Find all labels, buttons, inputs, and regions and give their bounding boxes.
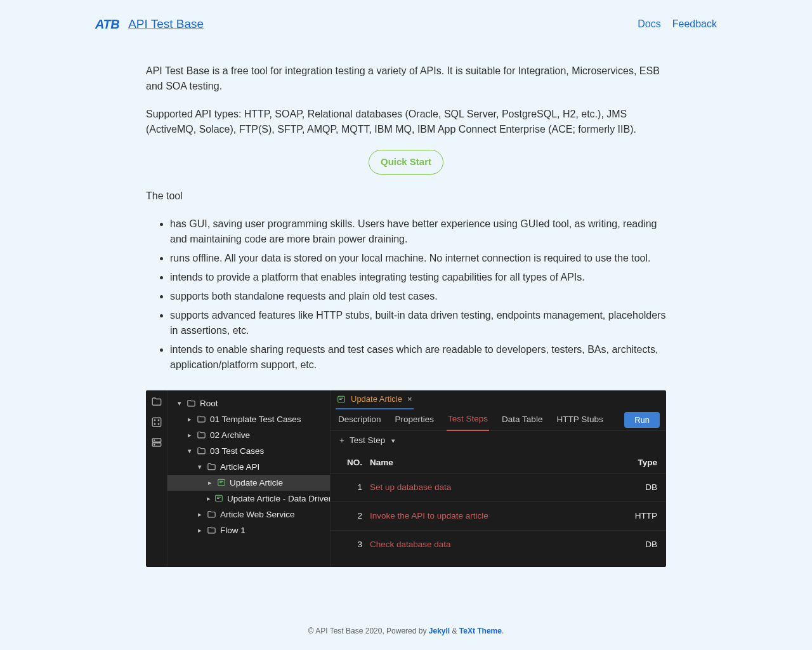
tree-label: 01 Template Test Cases — [210, 411, 301, 427]
tree-label: 03 Test Cases — [210, 443, 264, 459]
app-screenshot: ▾ Root ▸ 01 Template Test Cases ▸ 02 Arc… — [146, 390, 666, 567]
svg-point-2 — [158, 420, 159, 421]
footer-text-theme-link[interactable]: TeXt Theme — [459, 627, 502, 635]
add-step-label: Test Step — [350, 434, 385, 447]
svg-point-4 — [158, 423, 159, 425]
nav-feedback[interactable]: Feedback — [672, 17, 717, 32]
svg-rect-9 — [218, 479, 225, 485]
tree-row-root[interactable]: ▾ Root — [167, 395, 330, 411]
add-test-step[interactable]: + Test Step ▾ — [331, 431, 666, 451]
chevron-down-icon: ▾ — [390, 435, 396, 446]
cell-name: Check database data — [370, 538, 620, 551]
testcase-icon — [217, 478, 226, 487]
chevron-right-icon: ▸ — [187, 414, 193, 425]
cell-type: DB — [620, 481, 657, 494]
plus-icon: + — [339, 434, 344, 447]
table-row[interactable]: 1 Set up database data DB — [331, 474, 666, 502]
col-header-no: NO. — [339, 456, 370, 469]
folder-icon — [197, 415, 206, 424]
footer-suffix: . — [502, 627, 504, 635]
cell-type: DB — [620, 538, 657, 551]
list-item: supports both standalone requests and pl… — [170, 289, 666, 304]
list-item: intends to provide a platform that enabl… — [170, 270, 666, 285]
chevron-right-icon: ▸ — [207, 493, 211, 504]
chevron-down-icon: ▾ — [187, 446, 193, 456]
svg-point-8 — [154, 444, 154, 444]
col-header-type: Type — [620, 456, 657, 469]
svg-point-1 — [154, 420, 155, 421]
folder-icon — [151, 396, 162, 408]
list-item: runs offline. All your data is stored on… — [170, 251, 666, 266]
tree-row[interactable]: ▸ Flow 1 — [167, 522, 330, 538]
list-item: intends to enable sharing requests and t… — [170, 342, 666, 373]
tree-label: Article API — [220, 459, 259, 475]
tree-label: 02 Archive — [210, 427, 250, 443]
chevron-down-icon: ▾ — [197, 461, 203, 472]
cell-no: 1 — [339, 481, 370, 494]
folder-icon — [197, 446, 206, 456]
table-row[interactable]: 2 Invoke the API to update article HTTP — [331, 502, 666, 531]
chevron-right-icon: ▸ — [207, 477, 213, 488]
chevron-right-icon: ▸ — [187, 430, 193, 441]
tree-label: Update Article — [230, 475, 283, 491]
testcase-icon — [337, 395, 346, 404]
svg-rect-10 — [216, 495, 223, 501]
site-title-link[interactable]: API Test Base — [128, 15, 204, 34]
tree-row-selected[interactable]: ▸ Update Article — [167, 475, 330, 491]
subtab-properties[interactable]: Properties — [394, 409, 436, 430]
cell-name: Invoke the API to update article — [370, 510, 620, 522]
col-header-name: Name — [370, 456, 620, 469]
close-icon[interactable]: × — [407, 393, 412, 406]
tree-label: Flow 1 — [220, 522, 246, 538]
folder-icon — [207, 510, 216, 519]
testcase-icon — [214, 494, 223, 503]
tree-label: Root — [200, 395, 218, 411]
svg-rect-11 — [338, 396, 345, 402]
cell-no: 2 — [339, 510, 370, 522]
intro-p2: Supported API types: HTTP, SOAP, Relatio… — [146, 107, 666, 137]
table-row[interactable]: 3 Check database data DB — [331, 531, 666, 559]
footer-amp: & — [450, 627, 459, 635]
tree-label: Update Article - Data Driven — [227, 491, 330, 507]
svg-rect-0 — [152, 418, 161, 427]
tab-title: Update Article — [351, 393, 402, 406]
intro-p1: API Test Base is a free tool for integra… — [146, 63, 666, 94]
subtab-data-table[interactable]: Data Table — [501, 409, 544, 430]
cell-type: HTTP — [620, 510, 657, 522]
tree-row[interactable]: ▸ 01 Template Test Cases — [167, 411, 330, 427]
folder-icon — [207, 462, 216, 472]
folder-icon — [197, 430, 206, 440]
chevron-right-icon: ▸ — [197, 525, 203, 536]
svg-point-3 — [154, 423, 155, 425]
subtab-description[interactable]: Description — [337, 409, 383, 430]
chevron-right-icon: ▸ — [197, 509, 203, 520]
subtab-http-stubs[interactable]: HTTP Stubs — [555, 409, 604, 430]
folder-icon — [207, 526, 216, 535]
grid-icon — [151, 416, 162, 428]
run-button[interactable]: Run — [624, 412, 660, 428]
subtab-test-steps[interactable]: Test Steps — [447, 409, 489, 430]
tool-lead: The tool — [146, 189, 666, 204]
tree-label: Article Web Service — [220, 507, 295, 522]
logo: ATB — [95, 15, 119, 34]
server-icon — [151, 437, 162, 448]
footer: © API Test Base 2020, Powered by Jekyll … — [0, 592, 812, 651]
list-item: has GUI, saving user programming skills.… — [170, 216, 666, 247]
quick-start-button[interactable]: Quick Start — [369, 150, 443, 175]
footer-jekyll-link[interactable]: Jekyll — [429, 627, 450, 635]
chevron-down-icon: ▾ — [176, 398, 183, 409]
tree-row[interactable]: ▾ 03 Test Cases — [167, 443, 330, 459]
tree-row[interactable]: ▸ 02 Archive — [167, 427, 330, 443]
editor-tab[interactable]: Update Article × — [336, 390, 414, 409]
tree-row[interactable]: ▾ Article API — [167, 459, 330, 475]
feature-list: has GUI, saving user programming skills.… — [146, 216, 666, 373]
cell-no: 3 — [339, 538, 370, 551]
nav-docs[interactable]: Docs — [638, 17, 660, 32]
list-item: supports advanced features like HTTP stu… — [170, 308, 666, 338]
folder-icon — [187, 399, 196, 408]
tree-row[interactable]: ▸ Article Web Service — [167, 507, 330, 522]
svg-point-7 — [154, 439, 154, 440]
cell-name: Set up database data — [370, 481, 620, 494]
tree-row[interactable]: ▸ Update Article - Data Driven — [167, 491, 330, 507]
footer-prefix: © API Test Base 2020, Powered by — [308, 627, 429, 635]
